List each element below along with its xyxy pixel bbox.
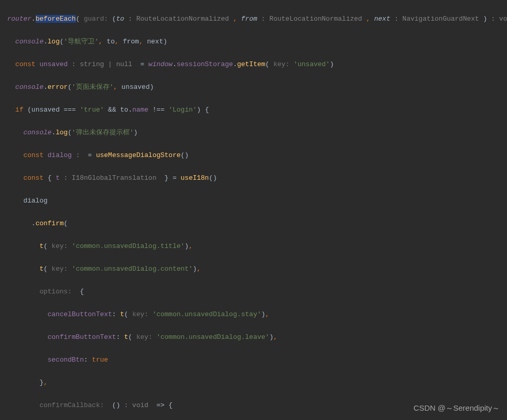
code-line: t( key: 'common.unsavedDialog.content'), [7,263,507,275]
code-line: dialog [7,195,507,207]
code-line: secondBtn: true [7,354,507,366]
code-line: options: { [7,286,507,298]
code-line: confirmButtonText: t( key: 'common.unsav… [7,332,507,343]
code-line: .confirm( [7,218,507,229]
code-line: console.error('页面未保存', unsaved) [7,82,507,93]
code-editor[interactable]: router.beforeEach( guard: (to : RouteLoc… [0,0,507,420]
code-line: console.log('导航守卫', to, from, next) [7,36,507,48]
watermark: CSDN @～Serendipity～ [413,402,500,414]
code-line: const unsaved : string | null = window.s… [7,59,507,70]
code-line: const { t : I18nGlobalTranslation } = us… [7,173,507,184]
code-line: router.beforeEach( guard: (to : RouteLoc… [7,13,507,25]
code-line: }, [7,377,507,388]
code-line: console.log('弹出未保存提示框') [7,127,507,138]
code-line: cancelButtonText: t( key: 'common.unsave… [7,309,507,320]
code-line: if (unsaved === 'true' && to.name !== 'L… [7,104,507,116]
code-line: const dialog : = useMessageDialogStore() [7,150,507,161]
code-line: t( key: 'common.unsavedDialog.title'), [7,241,507,252]
